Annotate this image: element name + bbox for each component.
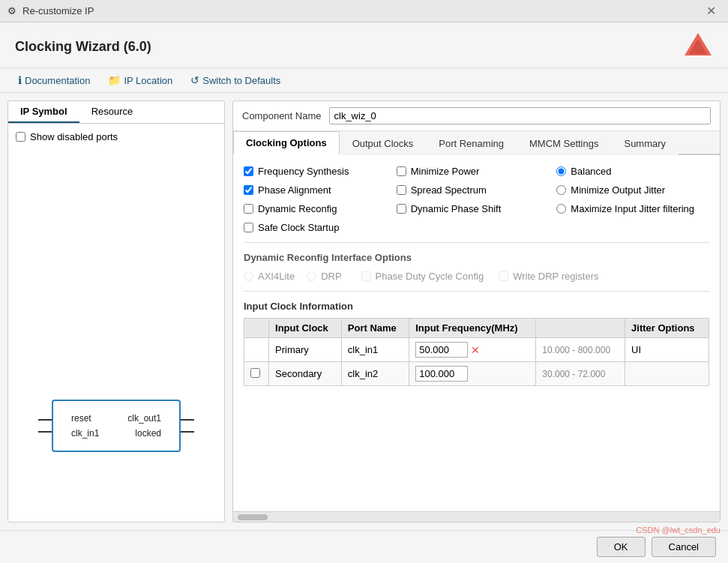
show-disabled-ports-checkbox[interactable] — [16, 132, 25, 142]
table-row-primary: Primary clk_in1 ✕ 10.000 - 800.000 UI — [244, 338, 709, 362]
option-frequency-synthesis: Frequency Synthesis — [244, 166, 397, 177]
port-reset-label: reset — [68, 413, 94, 424]
checkbox-safe-clock-startup[interactable] — [244, 223, 253, 232]
label-safe-clock-startup: Safe Clock Startup — [258, 222, 339, 233]
title-bar-left: ⚙ Re-customize IP — [7, 5, 94, 16]
port-locked-label: locked — [132, 428, 164, 439]
cell-jitter-primary: UI — [625, 338, 709, 362]
option-spread-spectrum: Spread Spectrum — [397, 184, 550, 196]
app-header: Clocking Wizard (6.0) — [0, 22, 728, 68]
ip-port-row-1: reset clk_out1 — [68, 413, 164, 424]
label-dynamic-reconfig: Dynamic Reconfig — [258, 203, 337, 214]
component-name-row: Component Name — [233, 101, 720, 131]
ip-block: reset clk_out1 clk_in1 locked — [52, 400, 181, 452]
radio-input-balanced[interactable] — [556, 166, 566, 176]
label-phase-alignment: Phase Alignment — [258, 184, 331, 196]
radio-balanced: Balanced — [556, 166, 709, 177]
option-safe-clock-startup: Safe Clock Startup — [244, 222, 397, 233]
horizontal-scrollbar[interactable] — [233, 511, 720, 522]
radio-drp: DRP — [307, 271, 341, 282]
dynamic-reconfig-title: Dynamic Reconfig Interface Options — [244, 252, 709, 263]
col-checkbox — [244, 319, 269, 338]
options-col-2: Minimize Power Spread Spectrum Dynamic P… — [397, 166, 550, 233]
options-col-1: Frequency Synthesis Phase Alignment Dyna… — [244, 166, 397, 233]
label-drp: DRP — [321, 271, 341, 282]
cell-range-primary: 10.000 - 800.000 — [536, 338, 625, 362]
cancel-button[interactable]: Cancel — [652, 537, 716, 557]
dynamic-reconfig-section: Dynamic Reconfig Interface Options AXI4L… — [244, 252, 709, 282]
col-range — [536, 319, 625, 338]
left-panel: IP Symbol Resource Show disabled ports — [7, 100, 225, 523]
checkbox-write-drp[interactable] — [499, 271, 508, 281]
col-input-freq: Input Frequency(MHz) — [409, 319, 536, 338]
option-write-drp: Write DRP registers — [499, 271, 598, 282]
radio-minimize-output-jitter: Minimize Output Jitter — [556, 184, 709, 196]
tab-summary[interactable]: Summary — [611, 131, 679, 155]
tab-content: Frequency Synthesis Phase Alignment Dyna… — [233, 155, 720, 511]
ip-location-button[interactable]: 📁 IP Location — [105, 73, 175, 88]
label-balanced: Balanced — [571, 166, 611, 177]
table-row-secondary: Secondary clk_in2 30.000 - 72.000 — [244, 362, 709, 386]
checkbox-dynamic-phase-shift[interactable] — [397, 204, 406, 214]
port-clk-out1-label: clk_out1 — [124, 413, 164, 424]
app-title: Clocking Wizard (6.0) — [15, 39, 151, 55]
dynamic-radio-row: AXI4Lite DRP Phase Duty Cycle Config — [244, 271, 709, 282]
cell-checkbox-primary — [244, 338, 269, 362]
checkbox-phase-alignment[interactable] — [244, 185, 253, 195]
label-spread-spectrum: Spread Spectrum — [411, 184, 487, 196]
col-input-clock: Input Clock — [269, 319, 342, 338]
port-line-locked-right — [181, 431, 194, 433]
label-frequency-synthesis: Frequency Synthesis — [258, 166, 349, 177]
tab-resource[interactable]: Resource — [79, 101, 145, 123]
tab-ip-symbol[interactable]: IP Symbol — [8, 101, 79, 123]
checkbox-frequency-synthesis[interactable] — [244, 166, 253, 176]
radio-maximize-input-jitter: Maximize Input Jitter filtering — [556, 203, 709, 214]
cell-jitter-secondary — [625, 362, 709, 386]
radio-input-axi4lite[interactable] — [244, 271, 253, 281]
dynamic-options-row: Phase Duty Cycle Config Write DRP regist… — [354, 271, 599, 282]
freq-input-secondary[interactable] — [415, 366, 468, 382]
checkbox-dynamic-reconfig[interactable] — [244, 204, 253, 214]
toolbar: ℹ Documentation 📁 IP Location ↺ Switch t… — [0, 68, 728, 93]
radio-input-drp[interactable] — [307, 271, 316, 281]
label-axi4lite: AXI4Lite — [258, 271, 295, 282]
label-dynamic-phase-shift: Dynamic Phase Shift — [411, 203, 502, 214]
ok-button[interactable]: OK — [597, 537, 646, 557]
tab-output-clocks[interactable]: Output Clocks — [340, 131, 427, 155]
documentation-label: Documentation — [25, 75, 90, 86]
port-line-clk-out1-right — [181, 419, 194, 421]
checkbox-secondary-clock[interactable] — [250, 368, 260, 378]
radio-axi4lite: AXI4Lite — [244, 271, 295, 282]
tab-mmcm-settings[interactable]: MMCM Settings — [517, 131, 611, 155]
tab-clocking-options[interactable]: Clocking Options — [233, 131, 340, 155]
right-panel: Component Name Clocking Options Output C… — [232, 100, 721, 523]
input-clock-section: Input Clock Information Input Clock Port… — [244, 301, 709, 386]
freq-input-primary[interactable] — [415, 342, 468, 358]
checkbox-phase-duty-cycle[interactable] — [361, 271, 371, 281]
label-minimize-power: Minimize Power — [411, 166, 480, 177]
documentation-button[interactable]: ℹ Documentation — [15, 73, 93, 88]
radio-input-maximize-input-jitter[interactable] — [556, 204, 566, 214]
option-minimize-power: Minimize Power — [397, 166, 550, 177]
port-line-clk-in1-left — [38, 431, 52, 433]
ip-port-row-2: clk_in1 locked — [68, 428, 164, 439]
show-disabled-ports-label: Show disabled ports — [30, 131, 118, 142]
section-divider-2 — [244, 291, 709, 292]
checkbox-spread-spectrum[interactable] — [397, 185, 406, 195]
show-disabled-row: Show disabled ports — [16, 131, 217, 142]
ip-location-label: IP Location — [124, 75, 172, 86]
cell-freq-secondary — [409, 362, 536, 386]
col-jitter: Jitter Options — [625, 319, 709, 338]
switch-to-defaults-button[interactable]: ↺ Switch to Defaults — [187, 73, 283, 88]
checkbox-minimize-power[interactable] — [397, 166, 406, 176]
component-name-input[interactable] — [329, 107, 712, 124]
app-logo — [683, 31, 713, 61]
info-icon: ℹ — [18, 74, 22, 86]
option-phase-alignment: Phase Alignment — [244, 184, 397, 196]
tab-port-renaming[interactable]: Port Renaming — [426, 131, 517, 155]
folder-icon: 📁 — [108, 74, 121, 86]
close-button[interactable]: ✕ — [702, 2, 721, 19]
clock-table: Input Clock Port Name Input Frequency(MH… — [244, 318, 709, 386]
clear-freq-primary-button[interactable]: ✕ — [471, 344, 480, 356]
radio-input-minimize-output-jitter[interactable] — [556, 185, 566, 195]
